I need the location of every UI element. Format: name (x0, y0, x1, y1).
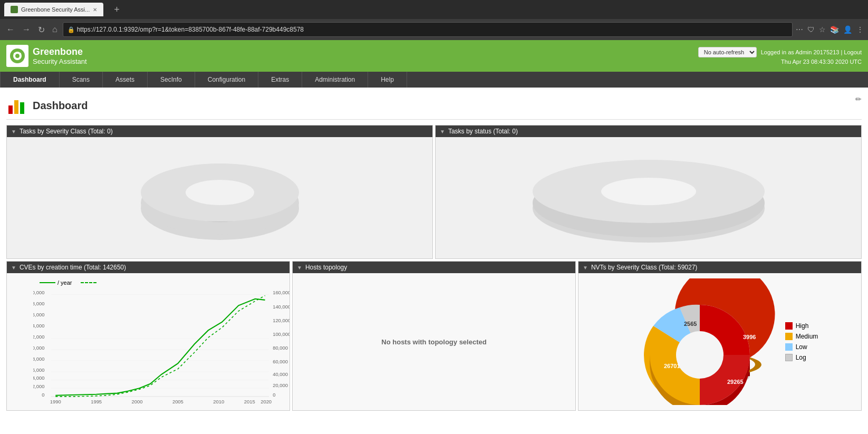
panel-toggle-hosts[interactable]: ▼ (297, 265, 302, 271)
legend-item-log: Log (785, 354, 818, 361)
panel-toggle-status[interactable]: ▼ (440, 129, 445, 134)
svg-point-4 (19, 53, 21, 55)
svg-text:16,000: 16,000 (33, 312, 44, 317)
refresh-button[interactable]: ↻ (36, 23, 47, 37)
nav-item-administration[interactable]: Administration (302, 72, 368, 88)
dashboard-top-row: ▼ Tasks by Severity Class (Total: 0) (6, 125, 862, 259)
auto-refresh-select[interactable]: No auto-refresh (698, 47, 757, 57)
tab-close-button[interactable]: ✕ (93, 7, 97, 13)
active-tab[interactable]: Greenbone Security Assi... ✕ (4, 3, 103, 16)
home-button[interactable]: ⌂ (50, 23, 60, 36)
shield-icon: 🛡 (807, 25, 815, 34)
nav-item-configuration[interactable]: Configuration (195, 72, 258, 88)
nav-item-scans[interactable]: Scans (60, 72, 103, 88)
tasks-severity-header: ▼ Tasks by Severity Class (Total: 0) (7, 126, 432, 137)
app-header-right: No auto-refresh Logged in as Admin 20175… (698, 47, 862, 65)
nvts-header: ▼ NVTs by Severity Class (Total: 59027) (578, 262, 861, 273)
panel-toggle[interactable]: ▼ (11, 129, 16, 134)
svg-text:2010: 2010 (213, 399, 224, 404)
tab-favicon (11, 6, 18, 13)
cve-line-dashed (81, 282, 97, 283)
svg-point-19 (601, 178, 696, 205)
tasks-status-panel: ▼ Tasks by status (Total: 0) (435, 125, 862, 259)
svg-rect-5 (8, 105, 13, 114)
tab-title: Greenbone Security Assi... (21, 6, 90, 13)
back-button[interactable]: ← (4, 23, 17, 36)
app-header: Greenbone Security Assistant No auto-ref… (0, 40, 868, 72)
nav-item-help[interactable]: Help (368, 72, 407, 88)
tasks-status-title: Tasks by status (Total: 0) (448, 128, 518, 135)
svg-text:140,000: 140,000 (273, 304, 290, 310)
cve-legend: / year (40, 279, 97, 286)
more-options-icon[interactable]: ⋯ (796, 25, 803, 34)
nav-menu: Dashboard Scans Assets SecInfo Configura… (0, 72, 868, 88)
hosts-title: Hosts topology (305, 264, 347, 271)
legend-label-log: Log (796, 354, 806, 361)
nav-item-dashboard[interactable]: Dashboard (0, 72, 60, 88)
app-logo-text: Greenbone Security Assistant (33, 46, 87, 65)
cves-title: CVEs by creation time (Total: 142650) (20, 264, 126, 271)
legend-label-low: Low (796, 343, 807, 351)
svg-point-57 (676, 331, 724, 379)
svg-rect-6 (14, 100, 18, 114)
nav-item-extras[interactable]: Extras (258, 72, 302, 88)
legend-item-medium: Medium (785, 333, 818, 340)
legend-color-high (785, 322, 793, 330)
svg-point-13 (186, 180, 254, 205)
dashboard-icon (6, 95, 27, 116)
new-tab-button[interactable]: + (108, 1, 126, 18)
tasks-severity-panel: ▼ Tasks by Severity Class (Total: 0) (6, 125, 433, 259)
nvts-legend: High Medium Low Log (785, 322, 818, 361)
svg-text:2565: 2565 (684, 321, 697, 327)
svg-text:2020: 2020 (261, 399, 272, 404)
app-logo-icon (6, 45, 28, 67)
svg-text:40,000: 40,000 (273, 371, 288, 377)
nav-item-assets[interactable]: Assets (103, 72, 148, 88)
app-subtitle: Security Assistant (33, 57, 87, 65)
svg-text:0: 0 (273, 392, 275, 398)
svg-text:6,000: 6,000 (33, 367, 44, 373)
cves-panel: ▼ CVEs by creation time (Total: 142650) … (6, 261, 290, 411)
extensions-icon[interactable]: ⋮ (856, 25, 864, 34)
svg-text:10,000: 10,000 (33, 345, 44, 351)
tasks-status-donut (436, 137, 861, 258)
legend-label-medium: Medium (796, 333, 818, 340)
page-title: Dashboard (33, 100, 88, 112)
tasks-status-header: ▼ Tasks by status (Total: 0) (436, 126, 861, 137)
datetime: Thu Apr 23 08:43:30 2020 UTC (781, 59, 862, 65)
svg-text:18,000: 18,000 (33, 301, 44, 306)
tasks-status-chart (436, 137, 861, 258)
svg-text:60,000: 60,000 (273, 359, 288, 364)
nvts-chart: 3996 2565 26701 29265 High Medium (578, 273, 861, 410)
svg-text:12,000: 12,000 (33, 334, 44, 340)
bookmarks-library-icon[interactable]: 📚 (830, 25, 839, 34)
svg-point-3 (14, 53, 16, 55)
svg-text:2015: 2015 (244, 399, 255, 404)
svg-text:4,000: 4,000 (33, 375, 44, 381)
panel-toggle-nvts[interactable]: ▼ (583, 265, 588, 271)
page-edit-icon[interactable]: ✏ (855, 95, 862, 103)
svg-text:2,000: 2,000 (33, 383, 44, 389)
address-bar[interactable]: 🔒 https://127.0.0.1:9392/omp?r=1&token=8… (63, 22, 793, 37)
legend-item-high: High (785, 322, 818, 330)
cve-legend-trend (81, 282, 97, 283)
svg-text:1995: 1995 (91, 399, 102, 404)
panel-toggle-cves[interactable]: ▼ (11, 265, 16, 271)
bookmark-icon[interactable]: ☆ (819, 25, 826, 34)
svg-text:100,000: 100,000 (273, 331, 290, 337)
nav-item-secinfo[interactable]: SecInfo (148, 72, 195, 88)
tasks-severity-chart (7, 137, 432, 258)
svg-text:0: 0 (42, 392, 44, 398)
hosts-chart: No hosts with topology selected (293, 273, 575, 410)
svg-text:29265: 29265 (727, 379, 744, 385)
svg-text:20,000: 20,000 (273, 382, 288, 388)
svg-text:160,000: 160,000 (273, 290, 290, 295)
svg-rect-7 (20, 102, 24, 114)
cve-legend-per-year: / year (40, 279, 72, 286)
tasks-severity-title: Tasks by Severity Class (Total: 0) (20, 128, 113, 135)
sync-icon[interactable]: 👤 (843, 25, 852, 34)
svg-text:14,000: 14,000 (33, 323, 44, 329)
svg-text:1990: 1990 (50, 399, 61, 404)
forward-button[interactable]: → (20, 23, 33, 36)
app-logo: Greenbone Security Assistant (6, 45, 87, 67)
